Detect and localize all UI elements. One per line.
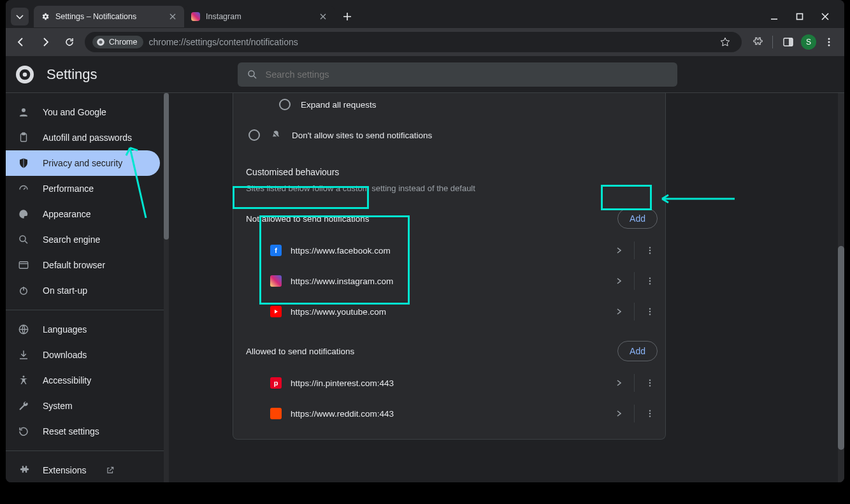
add-label: Add: [630, 213, 645, 224]
tab-search-button[interactable]: [11, 8, 29, 25]
sidebar-item-languages[interactable]: Languages: [6, 317, 160, 342]
sidebar-item-reset[interactable]: Reset settings: [6, 419, 160, 444]
sidebar-item-label: You and Google: [43, 107, 106, 117]
site-row-reddit[interactable]: https://www.reddit.com:443: [233, 398, 665, 429]
svg-point-29: [649, 382, 651, 384]
instagram-icon: [270, 275, 282, 287]
svg-point-33: [649, 415, 651, 417]
shield-icon: [17, 157, 30, 169]
tab-settings[interactable]: Settings – Notifications: [34, 6, 184, 27]
svg-point-22: [649, 277, 651, 278]
site-menu-button[interactable]: [635, 277, 665, 285]
pinterest-icon: p: [270, 377, 282, 389]
sidebar-item-privacy[interactable]: Privacy and security: [6, 150, 160, 176]
site-url: https://in.pinterest.com:443: [291, 378, 394, 388]
back-button[interactable]: [12, 33, 30, 51]
globe-icon: [17, 323, 30, 336]
new-tab-button[interactable]: [338, 8, 356, 25]
sidebar-item-label: Performance: [43, 184, 94, 194]
extensions-button[interactable]: [748, 33, 766, 51]
bookmark-button[interactable]: [716, 33, 734, 51]
site-details-button[interactable]: [603, 380, 634, 386]
chrome-logo-icon: [16, 66, 34, 83]
speed-icon: [17, 182, 30, 195]
sidebar-item-label: Privacy and security: [43, 158, 122, 168]
main-scrollbar-thumb[interactable]: [838, 246, 844, 450]
close-icon[interactable]: [168, 11, 178, 22]
site-menu-button[interactable]: [635, 307, 665, 316]
site-row-instagram[interactable]: https://www.instagram.com: [233, 266, 665, 296]
wrench-icon: [17, 400, 30, 412]
svg-rect-13: [22, 133, 25, 135]
search-input[interactable]: [266, 69, 668, 80]
reset-icon: [17, 425, 30, 438]
site-menu-button[interactable]: [635, 378, 665, 387]
sidebar-item-on-startup[interactable]: On start-up: [6, 278, 160, 303]
sidebar-scrollbar-thumb[interactable]: [164, 93, 169, 240]
sidebar-item-label: Accessibility: [43, 375, 91, 385]
site-menu-button[interactable]: [635, 246, 665, 255]
svg-point-20: [649, 250, 651, 251]
page-title: Settings: [47, 66, 97, 83]
external-link-icon: [104, 464, 117, 477]
site-row-youtube[interactable]: https://www.youtube.com: [233, 296, 665, 327]
sidebar-divider: [6, 310, 169, 310]
site-details-button[interactable]: [603, 278, 634, 284]
close-window-button[interactable]: [819, 10, 832, 23]
site-details-button[interactable]: [603, 247, 634, 254]
sidebar-item-downloads[interactable]: Downloads: [6, 342, 160, 368]
allowed-group-row: Allowed to send notifications Add: [233, 335, 665, 368]
sidebar-item-autofill[interactable]: Autofill and passwords: [6, 125, 160, 150]
sidebar-item-system[interactable]: System: [6, 393, 160, 419]
radio-dont-allow[interactable]: Don't allow sites to send notifications: [233, 120, 665, 150]
add-label: Add: [630, 346, 645, 356]
sidebar-item-extensions[interactable]: Extensions: [6, 457, 160, 482]
sidebar-item-you-and-google[interactable]: You and Google: [6, 99, 160, 125]
site-url: https://www.instagram.com: [291, 277, 393, 286]
profile-avatar[interactable]: S: [801, 34, 816, 50]
sidebar-item-accessibility[interactable]: Accessibility: [6, 368, 160, 393]
search-settings[interactable]: [238, 62, 677, 87]
address-bar[interactable]: Chrome chrome://settings/content/notific…: [85, 32, 742, 52]
chip-label: Chrome: [109, 38, 137, 47]
settings-header: Settings: [6, 56, 844, 93]
forward-button[interactable]: [36, 33, 54, 51]
site-details-button[interactable]: [603, 308, 634, 315]
svg-point-9: [23, 72, 27, 76]
site-menu-button[interactable]: [635, 409, 665, 418]
radio-expand-all[interactable]: Expand all requests: [233, 93, 665, 120]
close-icon[interactable]: [318, 11, 328, 22]
sidebar-item-label: On start-up: [43, 285, 87, 296]
svg-point-28: [649, 379, 651, 380]
person-icon: [17, 106, 30, 119]
reload-button[interactable]: [61, 33, 78, 51]
sidebar-item-appearance[interactable]: Appearance: [6, 201, 160, 227]
svg-point-2: [99, 40, 102, 43]
site-url: https://www.youtube.com: [291, 307, 386, 317]
sidebar-item-performance[interactable]: Performance: [6, 176, 160, 201]
tab-instagram[interactable]: Instagram: [184, 6, 335, 27]
allowed-label: Allowed to send notifications: [246, 347, 354, 356]
site-details-button[interactable]: [603, 410, 634, 417]
side-panel-button[interactable]: [779, 33, 797, 51]
settings-main: Expand all requests Don't allow sites to…: [169, 93, 844, 482]
radio-label: Expand all requests: [301, 100, 377, 110]
minimize-button[interactable]: [768, 10, 781, 23]
svg-point-25: [649, 308, 651, 309]
sidebar-item-default-browser[interactable]: Default browser: [6, 252, 160, 278]
site-row-facebook[interactable]: f https://www.facebook.com: [233, 235, 665, 266]
window-controls: [768, 10, 839, 23]
sidebar-divider: [6, 450, 169, 451]
add-allowed-button[interactable]: Add: [617, 341, 658, 361]
svg-point-23: [649, 280, 651, 282]
svg-point-27: [649, 313, 651, 315]
sidebar-item-search-engine[interactable]: Search engine: [6, 227, 160, 252]
add-blocked-button[interactable]: Add: [617, 208, 658, 229]
svg-point-30: [649, 385, 651, 386]
profile-letter: S: [806, 38, 811, 47]
site-row-pinterest[interactable]: p https://in.pinterest.com:443: [233, 368, 665, 398]
maximize-button[interactable]: [793, 10, 806, 23]
sidebar-item-label: Search engine: [43, 234, 100, 245]
browser-menu-button[interactable]: [820, 33, 838, 51]
blocked-group-row: Not allowed to send notifications Add: [233, 202, 665, 235]
